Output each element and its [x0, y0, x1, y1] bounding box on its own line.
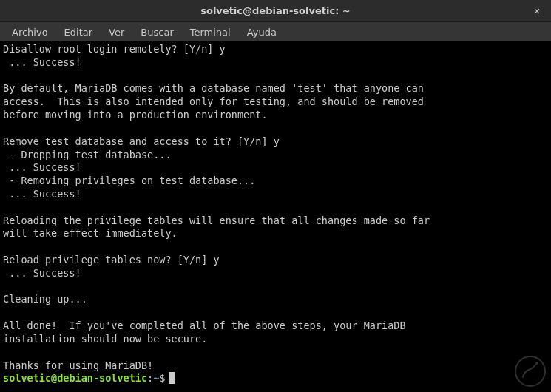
terminal-output: Disallow root login remotely? [Y/n] y ..…	[3, 43, 548, 372]
terminal-prompt: solvetic@debian-solvetic:~$	[3, 372, 548, 384]
menu-archivo[interactable]: Archivo	[4, 24, 55, 40]
prompt-separator: :	[147, 372, 153, 384]
menu-ayuda[interactable]: Ayuda	[240, 24, 284, 40]
prompt-path: ~	[153, 372, 159, 384]
close-button[interactable]: ×	[530, 4, 544, 18]
cursor-icon	[169, 372, 175, 384]
menu-terminal[interactable]: Terminal	[183, 24, 238, 40]
menubar: Archivo Editar Ver Buscar Terminal Ayuda	[0, 22, 551, 41]
watermark-icon	[514, 355, 547, 388]
menu-editar[interactable]: Editar	[57, 24, 101, 40]
prompt-user-host: solvetic@debian-solvetic	[3, 372, 147, 384]
menu-buscar[interactable]: Buscar	[133, 24, 180, 40]
svg-point-1	[535, 362, 538, 365]
menu-ver[interactable]: Ver	[101, 24, 132, 40]
prompt-symbol: $	[159, 372, 165, 384]
window-titlebar: solvetic@debian-solvetic: ~ ×	[0, 0, 551, 22]
svg-point-0	[515, 356, 545, 386]
terminal-area[interactable]: Disallow root login remotely? [Y/n] y ..…	[0, 41, 551, 392]
window-title: solvetic@debian-solvetic: ~	[200, 5, 351, 16]
